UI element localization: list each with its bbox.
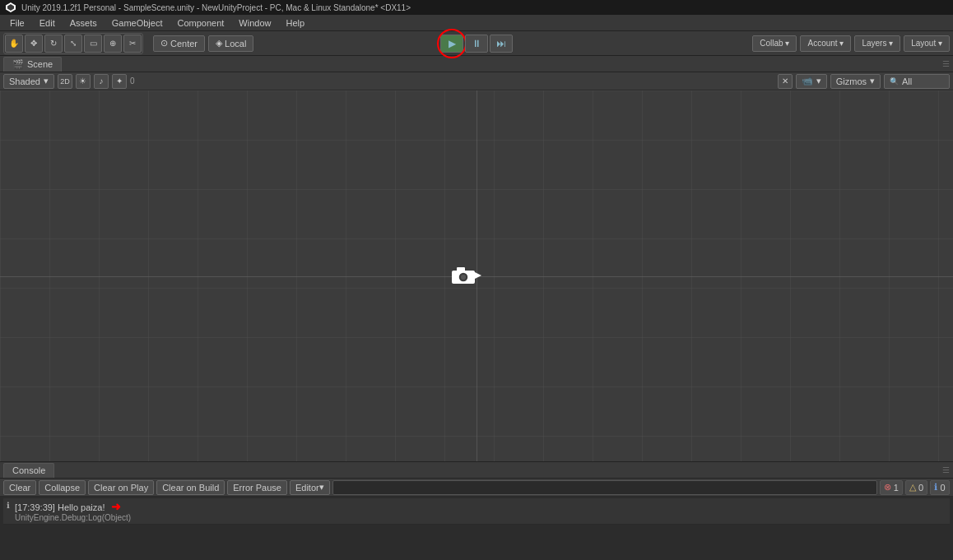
play-button[interactable]: ▶: [440, 35, 463, 53]
fx-toggle[interactable]: ✦: [112, 74, 127, 89]
error-badge[interactable]: ⊗ 1: [880, 480, 903, 495]
log-text-container: [17:39:39] Hello paiza! ➜ UnityEngine.De…: [15, 500, 946, 522]
pause-button[interactable]: ⏸: [465, 35, 488, 53]
scene-toolbar-right: ✕ 📹 ▾ Gizmos ▾ 🔍 All: [778, 74, 950, 89]
scene-tab[interactable]: 🎬 Scene: [3, 57, 62, 72]
clear-on-play-button[interactable]: Clear on Play: [88, 480, 154, 495]
clear-on-play-label: Clear on Play: [94, 483, 148, 493]
menu-assets[interactable]: Assets: [63, 16, 104, 30]
clear-button[interactable]: Clear: [3, 480, 36, 495]
gizmos-dropdown[interactable]: Gizmos ▾: [830, 74, 881, 89]
console-toolbar: Clear Collapse Clear on Play Clear on Bu…: [0, 479, 953, 497]
scene-viewport[interactable]: [0, 90, 953, 461]
console-tab[interactable]: Console: [3, 463, 54, 478]
gizmos-chevron-icon: ▾: [870, 76, 875, 86]
menu-gameobject[interactable]: GameObject: [105, 16, 170, 30]
clear-label: Clear: [9, 483, 30, 493]
log-message-text: Hello paiza!: [58, 502, 105, 512]
step-button[interactable]: ⏭: [490, 35, 513, 53]
layout-button[interactable]: Layout ▾: [904, 35, 950, 52]
pivot-center-toggle[interactable]: ⊙ Center: [153, 35, 205, 52]
lighting-icon: ☀: [79, 76, 86, 86]
menu-file[interactable]: File: [3, 16, 31, 30]
error-pause-button[interactable]: Error Pause: [227, 480, 287, 495]
pivot-group: ⊙ Center ◈ Local: [153, 35, 253, 52]
error-badge-icon: ⊗: [884, 482, 891, 493]
scene-tab-menu-icon[interactable]: ☰: [942, 59, 950, 68]
2d-label: 2D: [60, 77, 70, 86]
unity-logo-icon: [5, 2, 16, 13]
console-tab-label: Console: [12, 465, 45, 475]
console-area: Console ☰ Clear Collapse Clear on Play C…: [0, 461, 953, 560]
search-icon-small: 🔍: [890, 77, 899, 86]
2d-toggle[interactable]: 2D: [58, 74, 72, 89]
camera-chevron-icon: ▾: [816, 76, 821, 86]
toolbar: ✋ ✥ ↻ ⤡ ▭ ⊕ ✂ ⊙ Center ◈ Local ▶ ⏸ ⏭ Col…: [0, 31, 953, 56]
warning-count: 0: [918, 483, 923, 493]
audio-toggle[interactable]: ♪: [94, 74, 109, 89]
rotate-tool-button[interactable]: ↻: [44, 35, 63, 53]
camera-object: [450, 264, 483, 289]
menu-help[interactable]: Help: [279, 16, 311, 30]
console-log[interactable]: ℹ [17:39:39] Hello paiza! ➜ UnityEngine.…: [0, 497, 953, 560]
svg-point-4: [461, 275, 466, 280]
camera-dropdown[interactable]: 📹 ▾: [796, 74, 827, 89]
console-tab-menu-icon[interactable]: ☰: [942, 465, 950, 474]
log-entry[interactable]: ℹ [17:39:39] Hello paiza! ➜ UnityEngine.…: [3, 498, 950, 525]
warning-badge-icon: △: [909, 482, 916, 493]
svg-rect-5: [457, 267, 465, 271]
scene-tab-bar: 🎬 Scene ☰: [0, 56, 953, 72]
layers-filter-dropdown[interactable]: 🔍 All: [884, 74, 950, 89]
shading-mode-label: Shaded: [9, 76, 40, 86]
rect-tool-button[interactable]: ▭: [84, 35, 102, 53]
error-count: 1: [894, 483, 899, 493]
scene-tab-icon: 🎬: [12, 59, 24, 70]
collapse-button[interactable]: Collapse: [39, 480, 86, 495]
pause-icon: ⏸: [472, 38, 481, 49]
lighting-toggle[interactable]: ☀: [76, 74, 91, 89]
space-icon: ◈: [216, 38, 222, 49]
info-count: 0: [940, 483, 945, 493]
console-tab-bar: Console ☰: [0, 462, 953, 479]
scene-toolbar: Shaded ▾ 2D ☀ ♪ ✦ 0 ✕ 📹 ▾: [0, 72, 953, 90]
scene-wireframe-icon[interactable]: ✕: [778, 74, 793, 89]
clear-on-build-button[interactable]: Clear on Build: [156, 480, 225, 495]
step-icon: ⏭: [496, 38, 506, 49]
editor-dropdown[interactable]: Editor ▾: [290, 480, 330, 495]
editor-chevron-icon: ▾: [319, 482, 324, 493]
clear-on-build-label: Clear on Build: [162, 483, 219, 493]
error-pause-label: Error Pause: [233, 483, 281, 493]
menu-window[interactable]: Window: [232, 16, 277, 30]
warning-badge[interactable]: △ 0: [905, 480, 927, 495]
space-local-toggle[interactable]: ◈ Local: [208, 35, 253, 52]
log-timestamp: [17:39:39]: [15, 502, 55, 512]
collapse-label: Collapse: [44, 483, 80, 493]
pivot-label: Center: [170, 39, 198, 49]
title-text: Unity 2019.1.2f1 Personal - SampleScene.…: [21, 3, 411, 12]
hidden-count: 0: [130, 76, 135, 86]
move-tool-button[interactable]: ✥: [25, 35, 43, 53]
fx-icon: ✦: [116, 76, 123, 86]
transform-tool-button[interactable]: ⊕: [104, 35, 122, 53]
play-icon: ▶: [449, 38, 456, 49]
red-arrow-icon: ➜: [111, 500, 121, 513]
menu-edit[interactable]: Edit: [33, 16, 62, 30]
collab-button[interactable]: Collab ▾: [752, 35, 797, 52]
shading-chevron-icon: ▾: [44, 76, 49, 86]
console-search-input[interactable]: [332, 480, 877, 495]
layers-filter-label: All: [902, 76, 912, 86]
scene-area: 🎬 Scene ☰ Shaded ▾ 2D ☀ ♪ ✦ 0: [0, 56, 953, 461]
layers-button[interactable]: Layers ▾: [854, 35, 900, 52]
space-label: Local: [225, 39, 246, 49]
info-badge[interactable]: ℹ 0: [930, 480, 950, 495]
hand-tool-button[interactable]: ✋: [5, 35, 23, 53]
toolbar-right: Collab ▾ Account ▾ Layers ▾ Layout ▾: [752, 35, 950, 52]
svg-marker-6: [475, 272, 481, 279]
shading-mode-dropdown[interactable]: Shaded ▾: [3, 74, 54, 89]
transform-tools: ✋ ✥ ↻ ⤡ ▭ ⊕ ✂: [3, 33, 143, 54]
main-layout: 🎬 Scene ☰ Shaded ▾ 2D ☀ ♪ ✦ 0: [0, 56, 953, 560]
menu-component[interactable]: Component: [170, 16, 230, 30]
account-button[interactable]: Account ▾: [800, 35, 851, 52]
scale-tool-button[interactable]: ⤡: [64, 35, 82, 53]
custom-tool-button[interactable]: ✂: [123, 35, 142, 53]
